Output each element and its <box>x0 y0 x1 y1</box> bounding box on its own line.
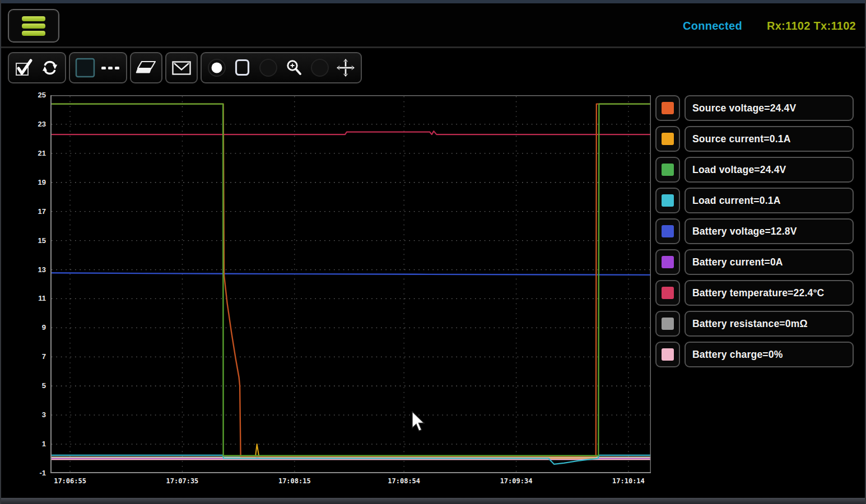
series-color-swatch <box>662 225 674 237</box>
radio-on-icon <box>207 58 226 77</box>
pan-icon <box>336 58 355 77</box>
pan-mode-button[interactable] <box>333 54 358 82</box>
chart-canvas[interactable] <box>50 95 651 473</box>
legend-label-1[interactable]: Source current=0.1A <box>685 126 854 152</box>
zoom-mode-button[interactable] <box>281 54 307 82</box>
y-tick-label: 21 <box>1 149 46 157</box>
legend-label-3[interactable]: Load current=0.1A <box>685 188 854 213</box>
legend-swatch-7[interactable] <box>655 311 680 337</box>
legend-row: Battery charge=0% <box>655 342 854 367</box>
series-color-swatch <box>662 133 674 145</box>
eraser-button[interactable] <box>133 54 159 82</box>
check-icon <box>15 59 34 77</box>
y-tick-label: -1 <box>1 469 46 477</box>
legend-row: Source current=0.1A <box>655 126 854 152</box>
checkbox-icon <box>75 58 95 78</box>
toolbar-group <box>165 52 198 83</box>
legend-label-4[interactable]: Battery voltage=12.8V <box>685 218 854 244</box>
status-area: Connected Rx:1102 Tx:1102 <box>683 3 856 48</box>
y-tick-label: 25 <box>1 91 46 99</box>
radio-off-icon <box>259 58 278 77</box>
legend-swatch-3[interactable] <box>655 188 680 213</box>
refresh-button[interactable] <box>37 54 63 82</box>
mode-radio-zoom[interactable] <box>255 54 281 82</box>
series-color-swatch <box>662 348 674 361</box>
mode-radio-select[interactable] <box>204 54 230 82</box>
x-tick-label: 17:07:35 <box>166 477 199 485</box>
legend-row: Battery current=0A <box>655 249 854 275</box>
legend-row: Load current=0.1A <box>655 188 854 213</box>
toolbar <box>8 52 362 83</box>
check-button[interactable] <box>11 54 37 82</box>
top-bar: Connected Rx:1102 Tx:1102 <box>1 3 865 48</box>
x-tick-label: 17:08:54 <box>388 477 420 485</box>
mode-radio-pan[interactable] <box>307 54 333 82</box>
legend-row: Battery voltage=12.8V <box>655 218 854 244</box>
x-tick-label: 17:10:14 <box>612 477 645 485</box>
legend-swatch-4[interactable] <box>655 218 680 244</box>
toolbar-group <box>69 52 127 83</box>
legend-row: Battery temperature=22.4°C <box>655 280 854 306</box>
series-color-swatch <box>662 256 674 268</box>
legend-text: Battery temperature=22.4°C <box>692 287 824 299</box>
x-tick-label: 17:09:34 <box>500 477 533 485</box>
connection-status: Connected <box>683 20 742 32</box>
y-tick-label: 13 <box>1 265 46 274</box>
y-tick-label: 19 <box>1 178 46 186</box>
legend-row: Load voltage=24.4V <box>655 157 854 183</box>
legend-label-5[interactable]: Battery current=0A <box>685 249 854 275</box>
legend-label-0[interactable]: Source voltage=24.4V <box>685 95 854 121</box>
y-tick-label: 5 <box>1 381 46 390</box>
legend-swatch-1[interactable] <box>655 126 680 152</box>
envelope-button[interactable] <box>169 54 194 82</box>
toolbar-group <box>130 52 162 83</box>
series-color-swatch <box>662 164 674 176</box>
legend-text: Battery resistance=0mΩ <box>692 318 808 330</box>
legend-text: Battery voltage=12.8V <box>692 226 797 237</box>
refresh-icon <box>41 59 58 76</box>
legend-row: Source voltage=24.4V <box>655 95 854 121</box>
legend-swatch-5[interactable] <box>655 249 680 275</box>
x-tick-label: 17:06:55 <box>54 477 86 485</box>
y-tick-label: 23 <box>1 120 46 128</box>
series-line <box>50 273 651 275</box>
y-tick-label: 15 <box>1 236 46 245</box>
rx-tx-counter: Rx:1102 Tx:1102 <box>767 20 856 32</box>
y-tick-label: 7 <box>1 352 46 361</box>
legend-text: Battery charge=0% <box>692 349 783 361</box>
legend-label-2[interactable]: Load voltage=24.4V <box>685 157 854 183</box>
series-line <box>50 104 651 456</box>
series-line <box>50 104 651 457</box>
series-color-swatch <box>662 102 674 114</box>
legend-swatch-2[interactable] <box>655 157 680 183</box>
radio-off-icon <box>310 58 329 77</box>
legend-label-6[interactable]: Battery temperature=22.4°C <box>685 280 854 306</box>
legend-swatch-6[interactable] <box>655 280 680 306</box>
legend-row: Battery resistance=0mΩ <box>655 311 854 337</box>
x-tick-label: 17:08:15 <box>278 477 311 485</box>
series-color-swatch <box>662 318 674 330</box>
series-color-swatch <box>662 287 674 299</box>
y-tick-label: 1 <box>1 440 46 448</box>
rect-select-icon <box>234 59 251 77</box>
legend-label-7[interactable]: Battery resistance=0mΩ <box>685 311 854 337</box>
eraser-icon <box>136 61 157 74</box>
y-tick-label: 9 <box>1 323 46 332</box>
legend-text: Load voltage=24.4V <box>692 164 786 176</box>
toolbar-group <box>201 52 362 83</box>
legend-text: Source voltage=24.4V <box>692 102 796 114</box>
checkbox-toggle[interactable] <box>72 54 98 82</box>
series-line <box>50 131 651 134</box>
legend-label-8[interactable]: Battery charge=0% <box>685 342 854 367</box>
select-mode-button[interactable] <box>230 54 255 82</box>
y-tick-label: 17 <box>1 207 46 216</box>
legend-swatch-8[interactable] <box>655 342 680 367</box>
menu-button[interactable] <box>8 9 59 43</box>
envelope-icon <box>172 60 191 76</box>
dashes-button[interactable] <box>98 54 124 82</box>
series-color-swatch <box>662 194 674 207</box>
chart-plot[interactable] <box>50 95 651 473</box>
dashed-line-icon <box>101 60 120 75</box>
legend-swatch-0[interactable] <box>655 95 680 121</box>
legend-text: Load current=0.1A <box>692 195 781 207</box>
